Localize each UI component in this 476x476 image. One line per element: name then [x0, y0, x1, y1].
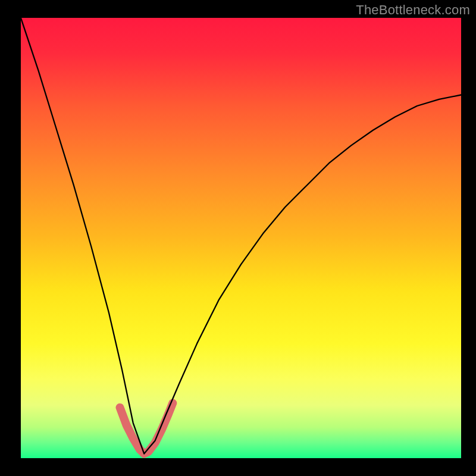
chart-svg [21, 18, 461, 458]
chart-plot [21, 18, 461, 458]
watermark-label: TheBottleneck.com [356, 2, 470, 18]
chart-frame: TheBottleneck.com [0, 0, 476, 476]
chart-background [21, 18, 461, 458]
